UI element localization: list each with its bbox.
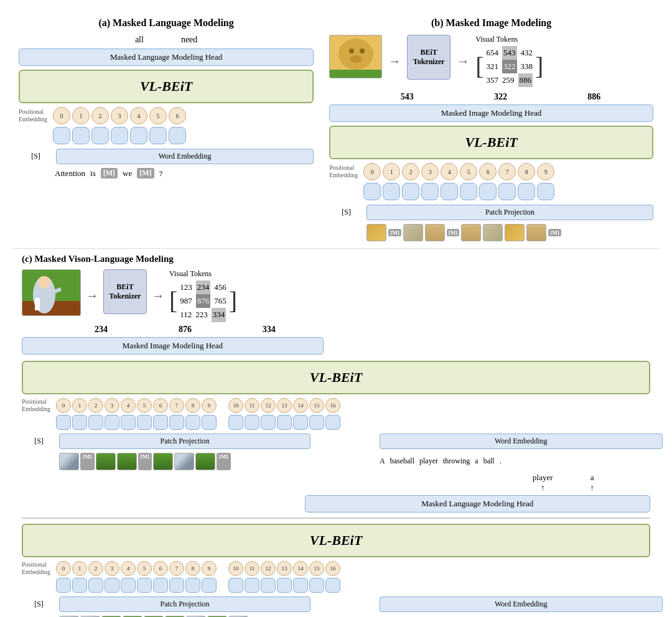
c-num-334: 334 <box>263 325 276 335</box>
bc2-14 <box>293 578 308 593</box>
pos-b-3: 3 <box>421 163 439 180</box>
c1-p15: 15 <box>309 398 324 413</box>
patch-b-2 <box>403 224 423 241</box>
c2-p3: 3 <box>105 561 119 576</box>
bc2-15 <box>309 578 324 593</box>
pos-row-a: PositionalEmbedding 0 1 2 3 4 5 6 <box>19 107 314 124</box>
bc2-16 <box>325 578 340 593</box>
doge-image <box>329 35 382 78</box>
s-token-c2: [S] <box>22 600 56 609</box>
bc1-8 <box>185 415 200 430</box>
mask-c1-8: [M] <box>217 453 231 470</box>
blue-circles-c1 <box>56 415 340 430</box>
c-mrow-0: 123 234 456 <box>180 281 226 294</box>
bc1-11 <box>245 415 259 430</box>
mask-token-2: [M] <box>137 168 154 179</box>
bc1-9 <box>202 415 217 430</box>
bc2-1 <box>72 578 87 593</box>
c1-p7: 7 <box>169 398 184 413</box>
c-left-top: → BEiTTokenizer → Visual Tokens [ 123 23… <box>22 269 324 356</box>
separator-c <box>22 517 650 519</box>
text-we: we <box>123 169 132 179</box>
token-num-543: 543 <box>401 92 414 102</box>
c-num-234: 234 <box>95 325 108 335</box>
blue-b-4 <box>441 183 458 200</box>
patch-b-0 <box>366 224 386 241</box>
vl-beit-c1: VL-BEiT <box>22 361 650 394</box>
pos-label-c1: PositionalEmbedding <box>22 398 56 413</box>
c1-p0: 0 <box>56 398 71 413</box>
beit-tokenizer-c: BEiTTokenizer <box>103 269 147 314</box>
patch-b-7 <box>505 224 525 241</box>
matrix-c: 123 234 456 987 876 765 <box>180 281 226 322</box>
pos-label-b: PositionalEmbedding <box>329 164 363 179</box>
pos-b-8: 8 <box>518 163 535 180</box>
patch-c1-0 <box>59 453 79 470</box>
panel-a-title: (a) Masked Language Modeling <box>19 17 314 29</box>
word-baseball: baseball <box>390 457 414 466</box>
c1-p2: 2 <box>88 398 103 413</box>
blue-circle-a-3 <box>111 127 128 144</box>
text-question: ? <box>159 169 163 179</box>
pos-b-7: 7 <box>498 163 516 180</box>
blue-b-9 <box>537 183 554 200</box>
mask-token-1: [M] <box>101 168 118 179</box>
pos-circle-5: 5 <box>149 107 167 124</box>
word-embed-c1: Word Embedding <box>380 434 663 449</box>
c2-p16: 16 <box>325 561 340 576</box>
panel-c: (c) Masked Vison-Language Modeling <box>12 248 660 617</box>
c-mrow-1: 987 876 765 <box>180 294 226 308</box>
bc1-16 <box>325 415 340 430</box>
blue-circle-a-4 <box>130 127 147 144</box>
blue-row-c2 <box>22 578 650 593</box>
arrow-c2: → <box>152 289 164 303</box>
bc1-4 <box>121 415 136 430</box>
output-words-row: all need <box>19 35 314 45</box>
blue-circle-a-0 <box>53 127 70 144</box>
bc2-13 <box>277 578 292 593</box>
bc2-9 <box>202 578 217 593</box>
svg-point-2 <box>349 49 354 53</box>
patch-c1-7 <box>195 453 215 470</box>
mask-c1-4: [M] <box>138 453 152 470</box>
bc1-15 <box>309 415 324 430</box>
c1-p1: 1 <box>72 398 87 413</box>
patch-c1-6 <box>174 453 194 470</box>
bc2-4 <box>121 578 136 593</box>
output-word-all: all <box>135 35 144 45</box>
bc2-0 <box>56 578 71 593</box>
mlm-head-box-a: Masked Language Modeling Head <box>19 49 314 66</box>
patch-b-8 <box>526 224 546 241</box>
bc1-2 <box>88 415 103 430</box>
c2-p13: 13 <box>277 561 292 576</box>
visual-tokens-b: Visual Tokens [ 654 543 432 321 322 <box>475 35 543 87</box>
c2-p2: 2 <box>88 561 103 576</box>
blue-circle-a-6 <box>169 127 186 144</box>
patch-c1-3 <box>117 453 137 470</box>
panel-c-title: (c) Masked Vison-Language Modeling <box>22 254 650 264</box>
c-img-tok-row: → BEiTTokenizer → Visual Tokens [ 123 23… <box>22 269 324 322</box>
patches-c1: [M] [M] [M] <box>59 453 310 470</box>
word-ball: ball <box>483 457 495 466</box>
pos-b-2: 2 <box>402 163 419 180</box>
visual-tokens-label-b: Visual Tokens <box>475 35 518 44</box>
c-token-nums: 234 876 334 <box>47 325 324 335</box>
svg-point-1 <box>338 39 373 70</box>
bc1-13 <box>277 415 292 430</box>
pred-a: a ↑ <box>590 473 595 493</box>
c2-p9: 9 <box>202 561 217 576</box>
pos-b-1: 1 <box>383 163 400 180</box>
top-panels-row: (a) Masked Language Modeling all need Ma… <box>12 12 660 248</box>
bc2-6 <box>153 578 168 593</box>
s-token-c1: [S] <box>22 437 56 446</box>
embed-row-c1: [S] Patch Projection Word Embedding <box>22 432 650 451</box>
c1-p10: 10 <box>228 398 243 413</box>
embed-row-c2: [S] Patch Projection Word Embedding <box>22 595 650 614</box>
c2-p0: 0 <box>56 561 71 576</box>
bc2-3 <box>105 578 119 593</box>
bc2-11 <box>245 578 259 593</box>
c2-p15: 15 <box>309 561 324 576</box>
blue-circles-c2 <box>56 578 340 593</box>
c1-p12: 12 <box>261 398 276 413</box>
word-embed-c2: Word Embedding <box>380 596 663 612</box>
